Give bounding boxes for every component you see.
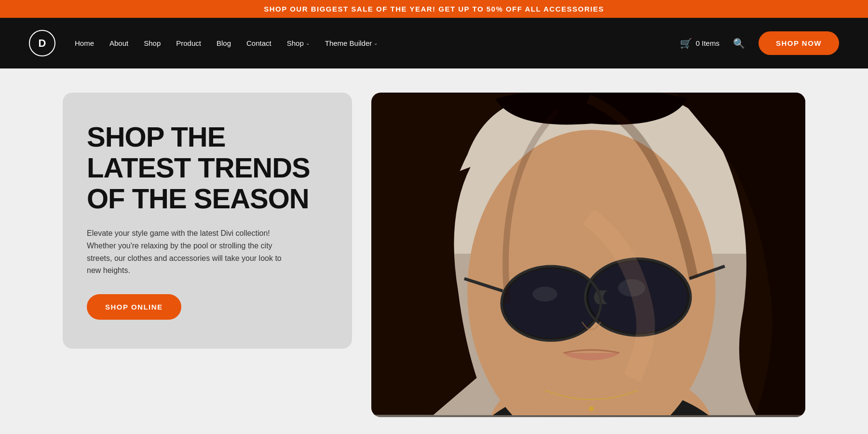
nav-item-theme-builder[interactable]: Theme Builder ⌄ [325, 39, 378, 47]
nav-link-blog[interactable]: Blog [217, 39, 231, 47]
cart-area[interactable]: 🛒 0 Items [680, 38, 719, 49]
nav-item-shop-dropdown[interactable]: Shop ⌄ [287, 39, 310, 47]
nav-link-about[interactable]: About [109, 39, 128, 47]
svg-point-9 [504, 269, 598, 338]
nav-link-contact[interactable]: Contact [246, 39, 271, 47]
navbar-right: 🛒 0 Items 🔍 SHOP NOW [680, 31, 839, 55]
site-logo[interactable]: D [29, 30, 55, 56]
chevron-down-icon-2: ⌄ [374, 41, 378, 46]
navbar-left: D Home About Shop Product Blog Contact [29, 30, 378, 56]
svg-point-18 [589, 407, 594, 411]
nav-item-shop[interactable]: Shop [144, 39, 161, 48]
promo-text: SHOP OUR BIGGEST SALE OF THE YEAR! GET U… [264, 5, 604, 13]
search-icon[interactable]: 🔍 [733, 38, 745, 49]
cart-icon: 🛒 [680, 38, 692, 49]
hero-image-placeholder [371, 93, 805, 417]
nav-item-blog[interactable]: Blog [217, 39, 231, 48]
promo-banner: SHOP OUR BIGGEST SALE OF THE YEAR! GET U… [0, 0, 868, 18]
shop-now-button[interactable]: SHOP NOW [759, 31, 839, 55]
nav-link-home[interactable]: Home [75, 39, 94, 47]
shop-online-button[interactable]: SHOP ONLINE [87, 294, 181, 320]
nav-item-product[interactable]: Product [176, 39, 201, 48]
nav-item-about[interactable]: About [109, 39, 128, 48]
hero-image [371, 93, 805, 417]
hero-title: SHOP THE LATEST TRENDS OF THE SEASON [87, 122, 328, 214]
nav-item-contact[interactable]: Contact [246, 39, 271, 48]
hero-section: SHOP THE LATEST TRENDS OF THE SEASON Ele… [0, 68, 868, 434]
nav-link-shop-2: Shop [287, 39, 304, 47]
hero-text-card: SHOP THE LATEST TRENDS OF THE SEASON Ele… [63, 93, 352, 349]
nav-link-product[interactable]: Product [176, 39, 201, 47]
nav-link-shop[interactable]: Shop [144, 39, 161, 47]
cart-count: 0 Items [696, 39, 719, 47]
nav-link-theme-builder: Theme Builder [325, 39, 372, 47]
nav-links: Home About Shop Product Blog Contact Sho… [75, 39, 378, 48]
hero-description: Elevate your style game with the latest … [87, 227, 289, 276]
svg-point-16 [532, 286, 557, 301]
navbar: D Home About Shop Product Blog Contact [0, 18, 868, 68]
chevron-down-icon: ⌄ [306, 41, 310, 46]
nav-item-home[interactable]: Home [75, 39, 94, 48]
